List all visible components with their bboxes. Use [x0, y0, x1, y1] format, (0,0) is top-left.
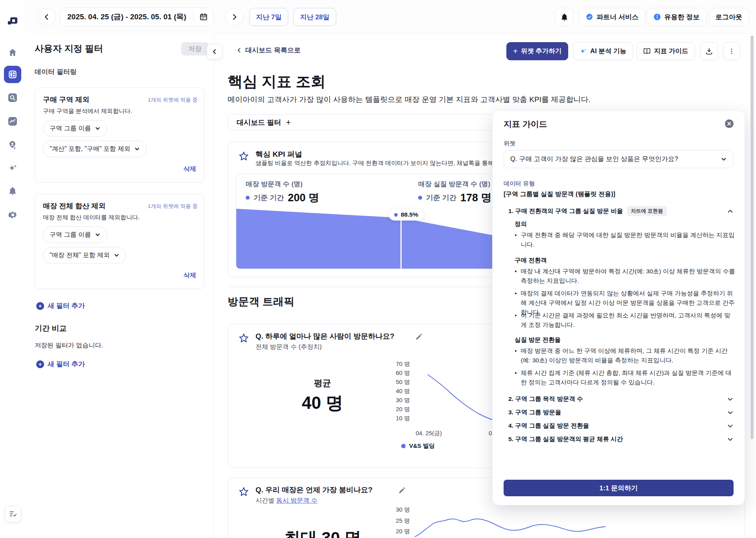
sidebar-item-analytics[interactable] [5, 113, 20, 129]
kpi-title: 핵심 KPI 퍼널 [256, 149, 302, 160]
delete-filter-link[interactable]: 삭제 [183, 165, 196, 173]
dot-icon [394, 213, 398, 217]
sidebar-item-ai[interactable] [5, 160, 20, 176]
favorite-star-icon[interactable] [238, 151, 249, 162]
logout-button[interactable]: 로그아웃 [709, 8, 749, 26]
sidebar-item-search[interactable] [5, 90, 20, 106]
guide-title: 지표 가이드 [504, 119, 547, 130]
bullet-text: 체류 시간 집계 기준 (체류 시간 총합, 최대 체류 시간)과 실질 방문객… [521, 368, 735, 387]
calendar-icon[interactable] [194, 13, 213, 21]
edit-pencil-icon[interactable] [415, 333, 423, 341]
date-range-text: 2025. 04. 25 (금) - 2025. 05. 01 (목) [60, 12, 193, 22]
funnel-left-label: 매장 방문객 수 (명) [246, 180, 303, 189]
edit-pencil-icon[interactable] [398, 486, 406, 494]
sparkles-icon [8, 163, 18, 173]
data-type-label: 데이터 유형 [504, 180, 535, 187]
guide-item-1-header[interactable]: 1. 구매 전환객의 구역 그룹 실질 방문 비율 차트에 표현됨 [508, 206, 734, 216]
top-bar: 2025. 04. 25 (금) - 2025. 05. 01 (목) 지난 7… [0, 0, 756, 34]
legend-dot-icon [401, 444, 406, 448]
add-filter-button[interactable]: + 새 필터 추가 [36, 301, 85, 310]
add-widget-button[interactable]: + 위젯 추가하기 [506, 42, 568, 60]
concurrent-visitors-link[interactable]: 동시 방문객 수 [276, 497, 317, 505]
period-compare-label: 기간 비교 [35, 323, 67, 334]
bullet-dot: • [515, 230, 517, 249]
partner-services-button[interactable]: 파트너 서비스 [579, 8, 645, 26]
guide-item-3-header[interactable]: 3. 구역 그룹 방문율 [508, 408, 734, 417]
zone-group-name-dropdown[interactable]: 구역 그룹 이름 [43, 120, 107, 137]
guide-item-2-header[interactable]: 2. 구역 그룹 목적 방문객 수 [508, 395, 734, 403]
last-28-days-button[interactable]: 지난 28일 [293, 8, 336, 26]
widget-subtitle: 시간별 동시 방문객 수 [256, 497, 317, 505]
sidebar-item-dashboard[interactable] [4, 66, 21, 83]
custom-filter-panel: 사용자 지정 필터 저장 데이터 필터링 구매 구역 제외 1개의 위젯에 적용… [25, 33, 214, 538]
filter-card-desc: 매장 전체 합산 데이터를 제외합니다. [43, 214, 140, 221]
zone-condition-dropdown[interactable]: "계산" 포함, "구매" 포함 제외 [43, 141, 146, 157]
delete-filter-link[interactable]: 삭제 [183, 271, 196, 280]
zone-group-name-dropdown[interactable]: 구역 그룹 이름 [43, 226, 107, 243]
favorite-star-icon[interactable] [238, 486, 249, 497]
add-period-filter-button[interactable]: + 새 필터 추가 [36, 360, 85, 369]
breadcrumb[interactable]: 대시보드 목록으로 [236, 46, 301, 55]
store-total-condition-dropdown[interactable]: "매장 전체" 포함 제외 [43, 247, 126, 263]
metric-guide-panel: 지표 가이드 위젯 Q. 구매 고객이 가장 많은 관심을 보인 상품은 무엇인… [492, 110, 745, 505]
task-list-icon [9, 510, 17, 518]
guide-item-5-header[interactable]: 5. 구역 그룹 실질 방문객의 평균 체류 시간 [508, 435, 734, 443]
date-range-control[interactable]: 2025. 04. 25 (금) - 2025. 05. 01 (목) [60, 7, 214, 26]
vertical-scrollbar[interactable] [750, 35, 754, 439]
sidebar-item-visitors[interactable] [5, 137, 20, 153]
close-icon[interactable] [724, 119, 734, 129]
more-options-button[interactable] [723, 42, 740, 60]
y-tick: 30 명 [377, 397, 410, 406]
plus-circle-icon: + [36, 302, 44, 310]
sidebar-item-alerts[interactable] [5, 183, 20, 199]
save-filter-button[interactable]: 저장 [181, 42, 209, 56]
max-value: 최대 30 명 [267, 527, 378, 538]
dashboard-icon [8, 70, 17, 79]
chevron-left-icon [211, 48, 218, 55]
last-28-days-label: 지난 28일 [300, 13, 330, 22]
filter-card-purchase-zone: 구매 구역 제외 1개의 위젯에 적용 중 구매 구역을 분석에서 제외합니다.… [35, 87, 204, 183]
y-axis-ticks: 70 명 60 명 50 명 40 명 30 명 20 명 10 명 [377, 360, 410, 424]
real-visit-rate-header: 실질 방문 전환율 [515, 336, 561, 344]
period-label: 기준 기간 [426, 193, 456, 202]
sidebar-item-home[interactable] [5, 45, 20, 60]
last-7-days-button[interactable]: 지난 7일 [249, 8, 288, 26]
bullet-dot: • [515, 267, 517, 286]
y-tick: 30 명 [377, 506, 410, 517]
download-button[interactable] [700, 42, 718, 60]
logo-icon [5, 14, 20, 30]
real-visit-rate-bullet: •매장 방문객 중 어느 한 구역 이상에 체류하며, 그 체류 시간이 특정 … [515, 346, 735, 365]
bell-icon [8, 186, 17, 196]
dashboard-filter-label: 대시보드 필터 [237, 118, 281, 127]
guide-item-4-header[interactable]: 4. 구역 그룹 실질 방문 전환율 [508, 422, 734, 430]
purchase-converter-header: 구매 전환객 [515, 256, 547, 265]
contact-button[interactable]: 1:1 문의하기 [504, 480, 734, 496]
applied-widgets-link[interactable]: 1개의 위젯에 적용 중 [148, 203, 198, 210]
chevron-down-icon [721, 156, 727, 162]
kebab-icon [728, 48, 735, 55]
ai-analysis-button[interactable]: AI 분석 기능 [573, 42, 633, 60]
definition-header: 정의 [515, 220, 527, 228]
useful-info-button[interactable]: 유용한 정보 [647, 8, 706, 26]
bullet-text: 구매 전환객 중 해당 구역에 대한 실질 방문한 방문객의 비율을 계산하는 … [521, 230, 735, 249]
widget-question: Q. 우리 매장은 언제 가장 붐비나요? [256, 485, 372, 495]
date-prev-button[interactable] [38, 8, 56, 26]
y-tick: 10 명 [377, 415, 410, 424]
guide-widget-dropdown[interactable]: Q. 구매 고객이 가장 많은 관심을 보인 상품은 무엇인가요? [504, 150, 734, 168]
sidebar-item-task-list[interactable] [5, 506, 21, 522]
chevron-down-icon [727, 396, 734, 403]
guide-item-title: 2. 구역 그룹 목적 방문객 수 [508, 395, 583, 403]
period-label: 기준 기간 [254, 193, 284, 202]
favorite-star-icon[interactable] [238, 333, 249, 344]
dropdown-label: "계산" 포함, "구매" 포함 제외 [50, 145, 130, 153]
chevron-down-icon [727, 423, 734, 429]
metric-guide-button[interactable]: 지표 가이드 [636, 42, 695, 60]
sidebar-item-settings[interactable] [5, 207, 20, 223]
bullet-text: 매장 내 계산대 구역에 방문하여 특정 시간(예: 30초) 이상 체류한 방… [521, 267, 735, 286]
applied-widgets-link[interactable]: 1개의 위젯에 적용 중 [148, 96, 198, 104]
date-next-button[interactable] [225, 8, 243, 26]
notifications-button[interactable] [555, 8, 573, 26]
collapse-panel-button[interactable] [207, 44, 222, 59]
real-visitor-count-value: 178 명 [460, 191, 492, 205]
y-tick: 70 명 [377, 360, 410, 369]
